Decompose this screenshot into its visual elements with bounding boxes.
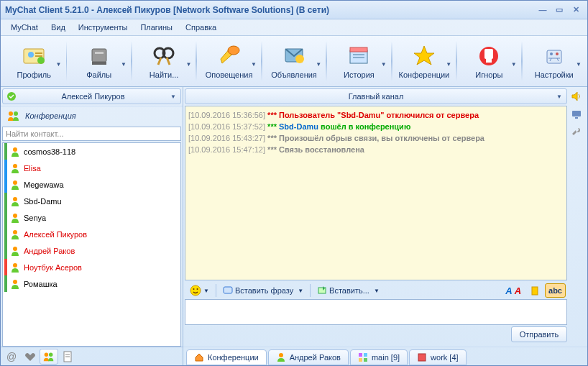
contact-item[interactable]: Ноутбук Асеров (3, 259, 180, 275)
chevron-down-icon[interactable]: ▼ (166, 93, 180, 100)
menu-справка[interactable]: Справка (180, 21, 222, 34)
svg-point-37 (49, 352, 52, 356)
send-button[interactable]: Отправить (511, 326, 567, 342)
chevron-down-icon: ▼ (185, 61, 191, 68)
section-title[interactable]: Конференция (1, 106, 183, 125)
section-conference: Конференция (1, 106, 183, 125)
svg-rect-7 (92, 62, 106, 65)
sidebar-tabs: @ (1, 347, 183, 365)
monitor-icon[interactable] (569, 106, 584, 122)
folder-icon (417, 352, 427, 362)
search-input[interactable]: Найти контакт... (2, 127, 181, 141)
contact-item[interactable]: Senya (3, 209, 180, 226)
status-indicator (4, 275, 7, 292)
chat-area: Главный канал ▼ [10.09.2016 15:36:56] **… (183, 87, 587, 365)
section-label: Конференция (25, 111, 76, 120)
tab-heart-icon[interactable] (21, 349, 40, 365)
clipboard-button[interactable] (526, 283, 543, 298)
toolbar-history[interactable]: История▼ (329, 38, 390, 84)
person-icon (9, 212, 21, 224)
tab-home[interactable]: Конференции (186, 349, 267, 365)
svg-point-25 (9, 111, 13, 116)
tab-document-icon[interactable] (58, 349, 77, 365)
contact-item[interactable]: Elisa (3, 160, 180, 176)
app-window: MyChat Client 5.21.0 - Алексей Пикуров [… (0, 0, 588, 366)
toolbar-settings[interactable]: Настройки▼ (524, 38, 585, 84)
svg-point-21 (550, 52, 553, 55)
timestamp: [10.09.2016 15:36:56] (188, 111, 265, 119)
chevron-down-icon: ▼ (316, 61, 321, 68)
spellcheck-button[interactable]: abc (545, 283, 566, 298)
menu-инструменты[interactable]: Инструменты (73, 21, 134, 34)
svg-rect-52 (359, 358, 362, 362)
contact-list[interactable]: cosmos38-118ElisaMegewawaSbd-DamuSenyaАл… (2, 142, 181, 347)
contact-item[interactable]: Алексей Пикуров (3, 226, 180, 242)
contact-name: Megewawa (24, 180, 64, 189)
tab-grid[interactable]: main [9] (350, 349, 408, 365)
contact-item[interactable]: cosmos38-118 (3, 143, 180, 160)
contact-item[interactable]: Андрей Раков (3, 242, 180, 259)
contact-item[interactable]: Sbd-Damu (3, 193, 180, 209)
svg-point-1 (28, 52, 34, 58)
channel-header[interactable]: Главный канал ▼ (185, 88, 567, 104)
status-indicator (4, 259, 7, 275)
toolbar-profile[interactable]: Профиль▼ (4, 38, 65, 84)
menu-вид[interactable]: Вид (45, 21, 71, 34)
timestamp: [10.09.2016 15:47:12] (188, 145, 265, 154)
status-indicator (4, 193, 7, 209)
svg-rect-41 (572, 111, 581, 116)
phrase-button[interactable]: Вставить фразу▼ (219, 283, 307, 298)
toolbar: Профиль▼Файлы▼Найти...▼Оповещения▼Объявл… (1, 35, 587, 87)
toolbar-ignores[interactable]: Игноры▼ (459, 38, 520, 84)
status-indicator (4, 242, 7, 259)
toolbar-conferences[interactable]: Конференции▼ (394, 38, 455, 84)
chevron-down-icon: ▼ (251, 61, 257, 68)
insert-button[interactable]: Вставить...▼ (313, 283, 383, 298)
contact-item[interactable]: Megewawa (3, 176, 180, 193)
status-indicator (4, 226, 7, 242)
svg-point-30 (13, 197, 17, 201)
svg-rect-3 (35, 55, 42, 57)
person-icon (9, 245, 21, 257)
svg-point-35 (13, 280, 17, 284)
person-icon (9, 229, 21, 240)
contact-item[interactable]: Ромашка (3, 275, 180, 292)
svg-rect-5 (92, 49, 106, 62)
message-input[interactable] (185, 299, 567, 325)
toolbar-files[interactable]: Файлы▼ (68, 38, 129, 84)
menu-mychat[interactable]: MyChat (5, 21, 44, 34)
profile-icon (19, 43, 48, 69)
minimize-button[interactable]: — (536, 5, 550, 15)
svg-rect-46 (224, 287, 232, 293)
svg-rect-48 (532, 287, 538, 295)
chat-log[interactable]: [10.09.2016 15:36:56] *** Пользователь "… (185, 106, 567, 280)
chevron-down-icon: ▼ (556, 93, 562, 100)
tab-person[interactable]: Андрей Раков (268, 349, 349, 365)
tab-people-icon[interactable] (40, 349, 58, 365)
person-icon (9, 278, 21, 290)
person-icon (9, 196, 21, 207)
speaker-icon[interactable] (569, 88, 584, 104)
svg-point-28 (13, 164, 17, 168)
toolbar-announcements[interactable]: Объявления▼ (264, 38, 325, 84)
toolbar-alerts[interactable]: Оповещения▼ (198, 38, 259, 84)
menu-плагины[interactable]: Плагины (134, 21, 178, 34)
emoji-button[interactable]: ▼ (186, 283, 213, 298)
maximize-button[interactable]: ▭ (552, 5, 566, 15)
chevron-down-icon: ▼ (576, 61, 582, 68)
bottom-tabs: КонференцииАндрей Раковmain [9]work [4] (183, 347, 587, 365)
search-placeholder: Найти контакт... (6, 129, 64, 138)
wrench-icon[interactable] (569, 124, 584, 140)
tab-at-icon[interactable]: @ (2, 349, 21, 365)
svg-rect-51 (364, 353, 367, 357)
chevron-down-icon: ▼ (56, 61, 62, 68)
tab-folder[interactable]: work [4] (409, 349, 467, 365)
edit-toolbar: ▼ Вставить фразу▼ Вставить...▼ AA abc (185, 282, 567, 299)
current-user-header[interactable]: Алексей Пикуров ▼ (2, 88, 181, 104)
svg-point-36 (45, 352, 48, 356)
close-button[interactable]: ✕ (569, 5, 583, 15)
home-icon (194, 352, 204, 362)
font-button[interactable]: AA (502, 283, 525, 298)
svg-point-43 (190, 285, 201, 296)
toolbar-find[interactable]: Найти...▼ (134, 38, 195, 84)
